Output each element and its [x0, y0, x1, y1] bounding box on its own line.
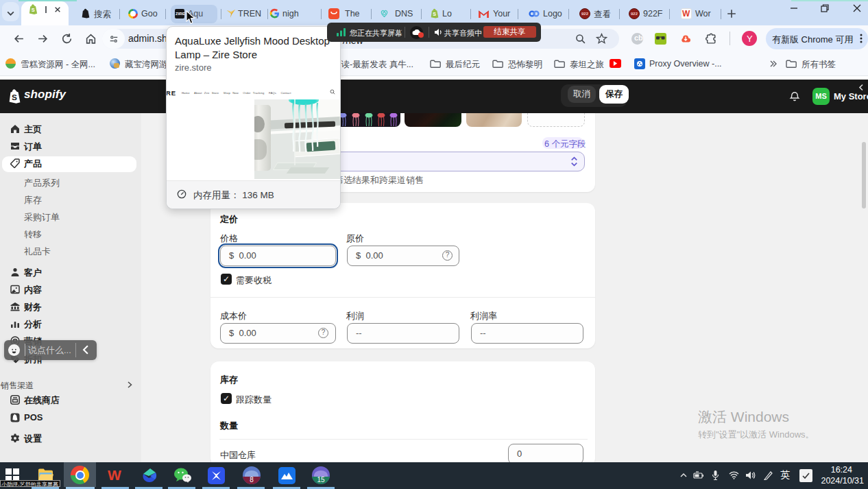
svg-text:S: S — [32, 7, 35, 13]
svg-text:S: S — [433, 12, 436, 17]
svg-text:S: S — [12, 93, 17, 102]
